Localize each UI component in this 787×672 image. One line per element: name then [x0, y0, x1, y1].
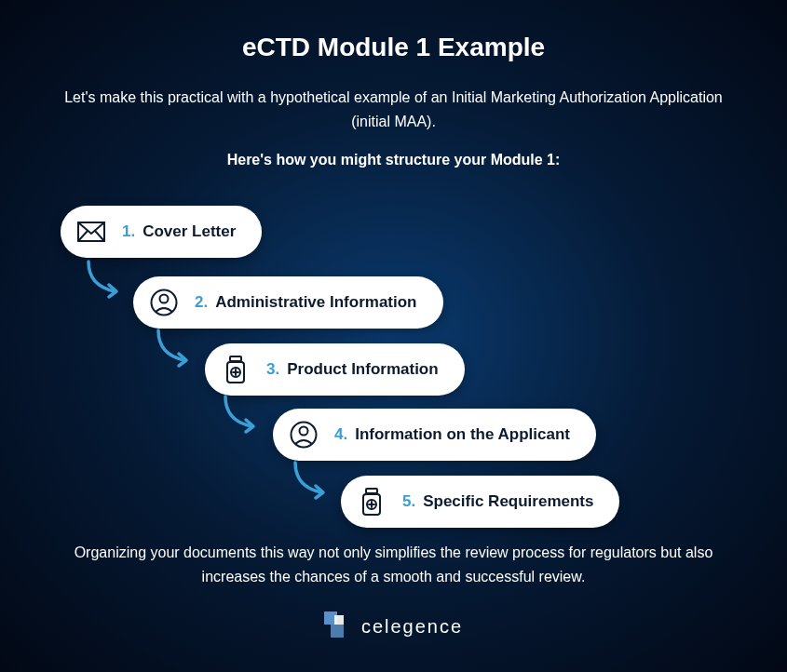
svg-rect-7: [366, 489, 377, 493]
arrow-icon: [79, 258, 126, 300]
page-title: eCTD Module 1 Example: [242, 33, 545, 62]
person-icon: [150, 289, 178, 316]
arrow-icon: [216, 393, 263, 435]
svg-rect-3: [230, 356, 241, 361]
step-label: Specific Requirements: [423, 492, 593, 511]
brand-name: celegence: [361, 616, 463, 638]
svg-rect-11: [331, 625, 344, 638]
steps-diagram: 1. Cover Letter 2. Administrative Inform…: [47, 196, 740, 541]
step-number: 5.: [402, 492, 415, 511]
intro-text: Let's make this practical with a hypothe…: [47, 86, 740, 133]
step-label: Information on the Applicant: [355, 425, 570, 444]
person-icon: [290, 421, 318, 449]
step-pill-4: 4. Information on the Applicant: [273, 409, 596, 461]
step-label: Cover Letter: [142, 222, 236, 241]
step-number: 3.: [266, 360, 279, 379]
jar-icon: [358, 488, 386, 516]
jar-icon: [222, 356, 250, 383]
step-label: Product Information: [287, 360, 438, 379]
step-number: 4.: [334, 425, 347, 444]
svg-point-2: [160, 295, 169, 303]
step-label: Administrative Information: [215, 293, 416, 312]
step-pill-5: 5. Specific Requirements: [341, 476, 619, 528]
step-number: 2.: [195, 293, 208, 312]
step-pill-1: 1. Cover Letter: [61, 206, 262, 258]
subtitle: Here's how you might structure your Modu…: [227, 152, 561, 168]
envelope-icon: [77, 218, 105, 246]
step-pill-2: 2. Administrative Information: [133, 276, 443, 329]
footer-text: Organizing your documents this way not o…: [49, 541, 739, 588]
svg-point-6: [300, 427, 308, 436]
step-number: 1.: [122, 222, 135, 241]
svg-rect-10: [334, 615, 344, 625]
brand-logo: celegence: [324, 612, 463, 641]
arrow-icon: [286, 459, 332, 501]
arrow-icon: [149, 327, 196, 369]
logo-mark-icon: [324, 612, 350, 641]
step-pill-3: 3. Product Information: [205, 343, 465, 396]
